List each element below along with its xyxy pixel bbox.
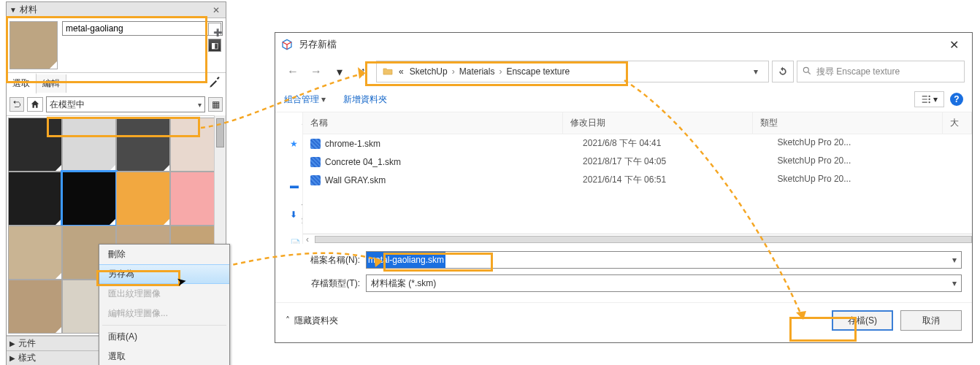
library-select-value: 在模型中 [50,99,85,111]
ctx-edit-texture: 編輯紋理圖像... [99,304,229,323]
file-date: 2021/6/8 下午 04:41 [583,137,777,150]
filename-value-selected: metal-gaoliang.skm [367,252,445,268]
file-date: 2021/6/14 下午 06:51 [583,174,777,186]
chevron-right-icon: › [499,66,502,77]
material-swatch[interactable] [116,118,170,172]
filename-label: 檔案名稱(N): [286,254,366,266]
dialog-close-button[interactable]: ✕ [942,35,966,55]
material-name-input[interactable] [62,21,223,36]
svg-point-2 [929,99,930,100]
material-context-menu: 刪除 另存為 匯出紋理圖像 編輯紋理圖像... 面積(A) 選取 [99,244,230,365]
create-material-icon[interactable]: ◧ [208,39,221,52]
breadcrumb-part[interactable]: Materials [458,66,497,77]
current-material-swatch[interactable] [9,21,58,69]
thumbnails-mode-button[interactable]: ▦ [208,97,223,112]
new-folder-button[interactable]: 新增資料夾 [343,93,387,106]
search-input[interactable]: 搜尋 Enscape texture [797,61,965,82]
col-name[interactable]: 名稱 [303,112,563,134]
library-select[interactable]: 在模型中 ▾ [46,96,205,112]
library-back-button[interactable]: ⮌ [9,97,24,112]
material-library-row: ⮌ 在模型中 ▾ ▦ [7,93,226,115]
materials-tabs: 選取 編輯 [7,72,226,93]
file-name: Concrete 04_1.skm [325,157,401,167]
filename-input[interactable]: metal-gaoliang.skm ▾ [366,251,962,269]
filetype-value: 材料檔案 (*.skm) [371,277,436,290]
chevron-down-icon[interactable]: ▾ [952,255,957,265]
tree-desktop[interactable]: ▬桌面📌 [283,171,297,200]
refresh-button[interactable] [772,61,794,82]
hide-folders-toggle[interactable]: ˄ 隱藏資料夾 [286,315,338,327]
material-swatch[interactable] [62,118,116,172]
file-date: 2021/8/17 下午 04:05 [583,155,777,168]
library-home-button[interactable] [27,97,43,112]
scrollbar-thumb[interactable] [216,118,224,147]
file-list-area: 名稱 修改日期 類型 大 chrome-1.skm2021/6/8 下午 04:… [303,112,972,244]
dialog-nav-row: ← → ▾ ↑ « SketchUp › Materials › Enscape… [275,56,972,87]
file-name: Wall GRAY.skm [325,175,386,185]
filetype-label: 存檔類型(T): [286,277,366,290]
file-row[interactable]: Concrete 04_1.skm2021/8/17 下午 04:05Sketc… [303,153,972,171]
folder-icon [381,65,394,78]
ctx-export-texture: 匯出紋理圖像 [99,284,229,304]
col-type[interactable]: 類型 [753,112,943,134]
svg-point-1 [929,96,930,97]
breadcrumb-part[interactable]: SketchUp [408,66,449,77]
close-icon[interactable]: ✕ [210,5,223,15]
collapse-triangle-icon: ▼ [9,6,17,14]
file-row[interactable]: Wall GRAY.skm2021/6/14 下午 06:51SketchUp … [303,171,972,189]
tab-edit[interactable]: 編輯 [37,74,66,93]
nav-up-button[interactable]: ↑ [353,61,373,82]
material-preview-row: ➕ ◧ [7,18,226,72]
breadcrumb-part[interactable]: Enscape texture [505,66,571,77]
help-button[interactable]: ? [950,93,963,106]
tree-documents[interactable]: 📄文件📌 [283,229,297,244]
skm-file-icon [310,175,321,185]
col-size[interactable]: 大 [943,112,972,134]
breadcrumb-prefix: « [397,66,405,77]
col-date[interactable]: 修改日期 [563,112,753,134]
material-swatch[interactable] [62,172,116,226]
save-as-dialog: 另存新檔 ✕ ← → ▾ ↑ « SketchUp › Materials › … [275,32,973,343]
material-swatch[interactable] [8,280,62,334]
material-swatch[interactable] [116,172,170,226]
tab-select[interactable]: 選取 [7,73,37,94]
horizontal-scrollbar[interactable]: ‹ [303,234,972,244]
ctx-area[interactable]: 面積(A) [99,327,229,347]
nav-back-button[interactable]: ← [283,61,303,82]
material-swatch[interactable] [8,226,62,280]
material-swatch[interactable] [8,172,62,226]
svg-point-3 [929,101,930,103]
star-icon: ★ [290,139,298,149]
save-button[interactable]: 存檔(S) [832,310,893,331]
scrollbar-thumb[interactable] [315,236,972,243]
cancel-button[interactable]: 取消 [900,310,962,331]
ctx-select[interactable]: 選取 [99,347,229,365]
organize-button[interactable]: 組合管理 ▾ [284,93,330,106]
tree-quick-access[interactable]: ★快速存取 [283,117,297,171]
breadcrumb-box[interactable]: « SketchUp › Materials › Enscape texture… [376,61,769,82]
dialog-toolbar: 組合管理 ▾ 新增資料夾 ▾ ? [275,87,972,112]
view-mode-button[interactable]: ▾ [914,91,944,107]
styles-label: 樣式 [18,352,36,364]
ctx-save-as[interactable]: 另存為 [99,264,229,284]
skm-file-icon [310,157,321,167]
separator [102,325,226,326]
chevron-up-icon: ˄ [286,315,290,326]
dialog-footer: ˄ 隱藏資料夾 存檔(S) 取消 [275,302,972,338]
file-row[interactable]: chrome-1.skm2021/6/8 下午 04:41SketchUp Pr… [303,134,972,153]
dialog-title-bar[interactable]: 另存新檔 ✕ [275,33,972,56]
file-type: SketchUp Pro 20... [778,174,972,186]
add-material-icon[interactable]: ➕ [208,23,221,36]
filetype-select[interactable]: 材料檔案 (*.skm) ▾ [366,274,962,292]
scroll-left-icon[interactable]: ‹ [303,234,312,245]
tree-downloads[interactable]: ⬇下載📌 [283,200,297,229]
materials-panel-title: 材料 [20,4,37,16]
folder-tree: ★快速存取 ▬桌面📌 ⬇下載📌 📄文件📌 🖼圖片 [275,112,303,244]
eyedropper-icon[interactable] [204,74,226,93]
ctx-delete[interactable]: 刪除 [99,245,229,264]
chevron-down-icon[interactable]: ▾ [952,278,957,288]
breadcrumb-dropdown[interactable]: ▾ [748,64,764,80]
material-swatch[interactable] [8,118,62,172]
nav-recent-button[interactable]: ▾ [329,61,350,82]
materials-panel-title-bar[interactable]: ▼ 材料 ✕ [7,2,226,18]
